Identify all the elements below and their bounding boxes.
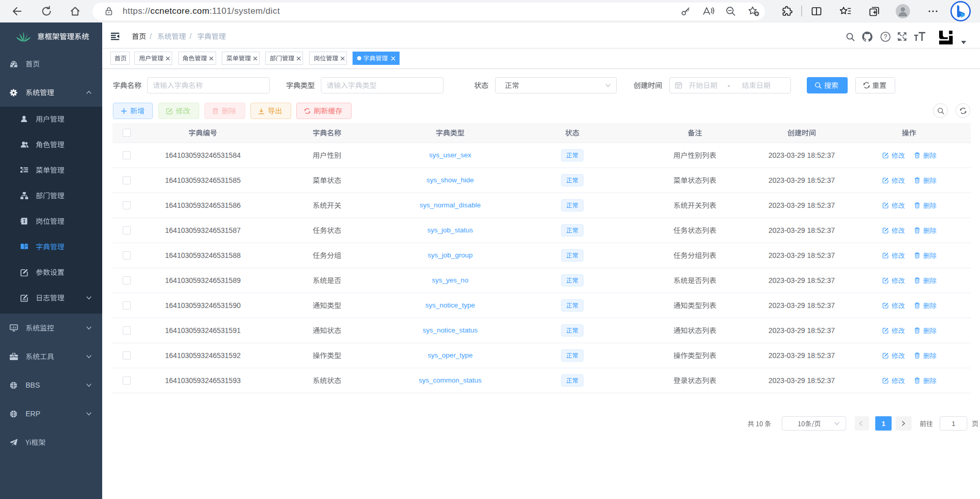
svg-text:?: ?	[884, 33, 888, 40]
